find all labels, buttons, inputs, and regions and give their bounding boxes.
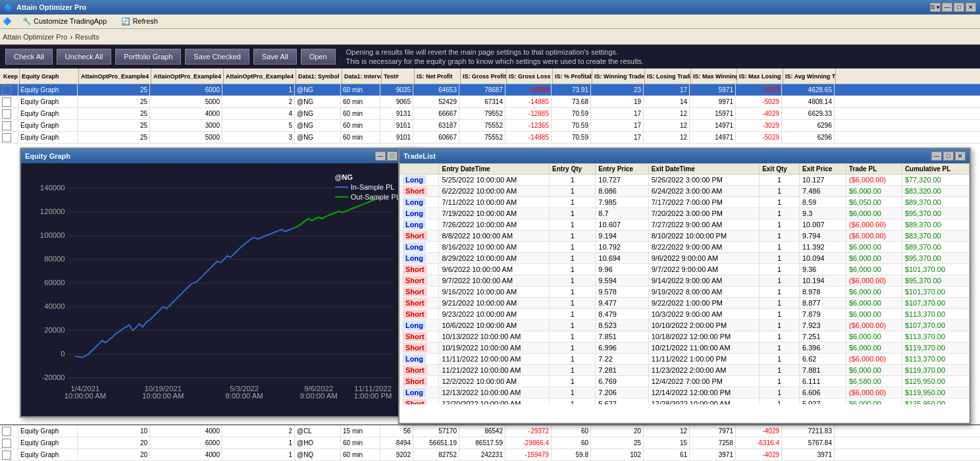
keep-checkbox[interactable] (2, 439, 11, 448)
close-btn[interactable]: ✕ (966, 3, 976, 12)
menu-refresh[interactable]: 🔄 Refresh (117, 16, 162, 27)
bottom-table-row[interactable]: Equity Graph 20 4000 1 @NQ 60 min 9202 8… (0, 449, 980, 461)
tradelist-close-btn[interactable]: ✕ (955, 151, 966, 161)
trade-row[interactable]: Long 12/13/2022 10:00:00 AM 1 7.206 12/1… (400, 387, 969, 398)
trade-row[interactable]: Short 8/8/2022 10:00:00 AM 1 9.194 8/10/… (400, 230, 969, 242)
table-row[interactable]: Equity Graph 25 3000 5 @NG 60 min 9161 6… (0, 120, 980, 132)
td-lose-trades: 15 (644, 437, 690, 448)
td-direction: Short (400, 309, 439, 320)
th-factor: AttainOptPro_Example4 : Factor (224, 68, 296, 84)
td-pct: 73.91 (552, 84, 591, 95)
trade-row[interactable]: Long 5/25/2022 10:00:00 AM 1 10.727 5/26… (400, 175, 969, 186)
td-max-lose: -4029 (736, 449, 782, 460)
equity-maximize-btn[interactable]: □ (387, 151, 398, 161)
equity-minimize-btn[interactable]: — (375, 151, 386, 161)
trade-row[interactable]: Short 10/19/2022 10:00:00 AM 1 6.996 10/… (400, 342, 969, 354)
bottom-table-row[interactable]: Equity Graph 20 6000 1 @HO 60 min 8494 5… (0, 437, 980, 449)
check-all-button[interactable]: Check All (5, 49, 53, 65)
trade-row[interactable]: Short 11/21/2022 10:00:00 AM 1 7.281 11/… (400, 365, 969, 376)
td-entry-dt: 6/22/2022 10:00:00 AM (439, 186, 550, 197)
keep-checkbox[interactable] (2, 133, 11, 142)
th-exit-dt: Exit DateTime (648, 164, 759, 175)
td-keep[interactable] (0, 425, 18, 437)
table-row[interactable]: Equity Graph 25 4000 4 @NG 60 min 9131 6… (0, 108, 980, 120)
trade-row[interactable]: Short 6/22/2022 10:00:00 AM 1 8.086 6/24… (400, 186, 969, 197)
nav-bar: Attain Optimizer Pro › Results (0, 29, 980, 45)
trade-row[interactable]: Long 8/16/2022 10:00:00 AM 1 10.792 8/22… (400, 242, 969, 253)
keep-checkbox[interactable] (2, 450, 11, 460)
trade-row[interactable]: Short 9/23/2022 10:00:00 AM 1 8.479 10/3… (400, 309, 969, 320)
td-entry-price: 7.206 (596, 387, 648, 398)
tradelist-minimize-btn[interactable]: — (931, 151, 942, 161)
td-keep[interactable] (0, 120, 18, 131)
menu-customize[interactable]: 🔧 Customize TradingApp (18, 16, 111, 27)
nav-results[interactable]: Results (75, 33, 99, 41)
open-button[interactable]: Open (301, 49, 336, 65)
trade-row[interactable]: Short 12/2/2022 10:00:00 AM 1 6.769 12/4… (400, 376, 969, 387)
td-cum-pl: $83,370.00 (902, 230, 969, 242)
trade-row[interactable]: Long 10/6/2022 10:00:00 AM 1 8.523 10/10… (400, 320, 969, 331)
table-row[interactable]: Equity Graph 25 5000 3 @NG 60 min 9101 6… (0, 132, 980, 144)
td-entry-dt: 8/8/2022 10:00:00 AM (439, 230, 550, 242)
keep-checkbox[interactable] (2, 86, 11, 95)
trade-row[interactable]: Long 8/29/2022 10:00:00 AM 1 10.694 9/6/… (400, 253, 969, 264)
trade-row[interactable]: Long 7/11/2022 10:00:00 AM 1 7.985 7/17/… (400, 197, 969, 208)
svg-text:9:00:00 AM: 9:00:00 AM (300, 392, 338, 400)
nav-home[interactable]: Attain Optimizer Pro (3, 33, 67, 41)
trade-row[interactable]: Short 9/6/2022 10:00:00 AM 1 9.96 9/7/20… (400, 264, 969, 275)
trade-row[interactable]: Long 11/11/2022 10:00:00 AM 1 7.22 11/11… (400, 354, 969, 365)
td-keep[interactable] (0, 108, 18, 119)
td-test: 9161 (380, 120, 413, 131)
svg-text:80000: 80000 (44, 255, 64, 263)
td-gross-profit: 242231 (459, 449, 505, 460)
th-entry-price: Entry Price (596, 164, 648, 175)
save-checked-button[interactable]: Save Checked (185, 49, 249, 65)
td-lose-trades: 12 (644, 132, 690, 143)
td-entry-dt: 12/20/2022 10:00:00 AM (439, 398, 550, 405)
td-avg-win: 4628.65 (782, 84, 835, 95)
keep-checkbox[interactable] (2, 109, 11, 119)
td-direction: Long (400, 387, 439, 398)
trade-row[interactable]: Short 12/20/2022 10:00:00 AM 1 5.627 12/… (400, 398, 969, 405)
trade-row[interactable]: Short 9/7/2022 10:00:00 AM 1 9.594 9/14/… (400, 275, 969, 286)
bottom-table-row[interactable]: Equity Graph 10 4000 2 @CL 15 min 56 571… (0, 425, 980, 437)
table-row[interactable]: Equity Graph 25 6000 1 @NG 60 min 9035 6… (0, 84, 980, 96)
keep-checkbox[interactable] (2, 121, 11, 130)
td-test: 9202 (380, 449, 413, 460)
td-entry-dt: 11/11/2022 10:00:00 AM (439, 354, 550, 365)
maximize-btn[interactable]: □ (954, 3, 964, 12)
td-exit-qty: 1 (760, 309, 800, 320)
td-test: 9065 (380, 96, 413, 107)
uncheck-all-button[interactable]: Uncheck All (57, 49, 111, 65)
trade-row[interactable]: Long 7/26/2022 10:00:00 AM 1 10.607 7/27… (400, 219, 969, 230)
th-exit-price: Exit Price (800, 164, 846, 175)
trade-row[interactable]: Long 7/19/2022 10:00:00 AM 1 8.7 7/20/20… (400, 208, 969, 219)
td-exit-qty: 1 (760, 331, 800, 342)
save-all-button[interactable]: Save All (253, 49, 297, 65)
tradelist-maximize-btn[interactable]: □ (943, 151, 954, 161)
user-btn[interactable]: S ▾ (930, 3, 941, 12)
td-keep[interactable] (0, 84, 18, 95)
tradelist-scroll[interactable]: Entry DateTime Entry Qty Entry Price Exi… (400, 163, 969, 404)
th-lose-trades: IS: Losing Trades (645, 68, 691, 84)
td-equity: Equity Graph (18, 425, 78, 437)
td-entry-dt: 12/13/2022 10:00:00 AM (439, 387, 550, 398)
td-keep[interactable] (0, 132, 18, 143)
keep-checkbox[interactable] (2, 427, 11, 436)
th-interval: Data1: Interval (342, 68, 382, 84)
table-row[interactable]: Equity Graph 25 5000 2 @NG 60 min 9065 5… (0, 96, 980, 108)
td-max-win: 7258 (690, 437, 736, 448)
keep-checkbox[interactable] (2, 97, 11, 107)
trade-row[interactable]: Short 10/13/2022 10:00:00 AM 1 7.851 10/… (400, 331, 969, 342)
td-test: 9131 (380, 108, 413, 119)
td-stopp: 4000 (150, 108, 222, 119)
trade-row[interactable]: Short 9/16/2022 10:00:00 AM 1 9.578 9/19… (400, 286, 969, 298)
td-keep[interactable] (0, 449, 18, 460)
portfolio-graph-button[interactable]: Portfolio Graph (115, 49, 181, 65)
trade-row[interactable]: Short 9/21/2022 10:00:00 AM 1 9.477 9/22… (400, 298, 969, 309)
minimize-btn[interactable]: — (942, 3, 952, 12)
td-keep[interactable] (0, 96, 18, 107)
td-keep[interactable] (0, 437, 18, 448)
td-exit-price: 7.486 (800, 186, 846, 197)
td-pct: 70.59 (552, 132, 591, 143)
